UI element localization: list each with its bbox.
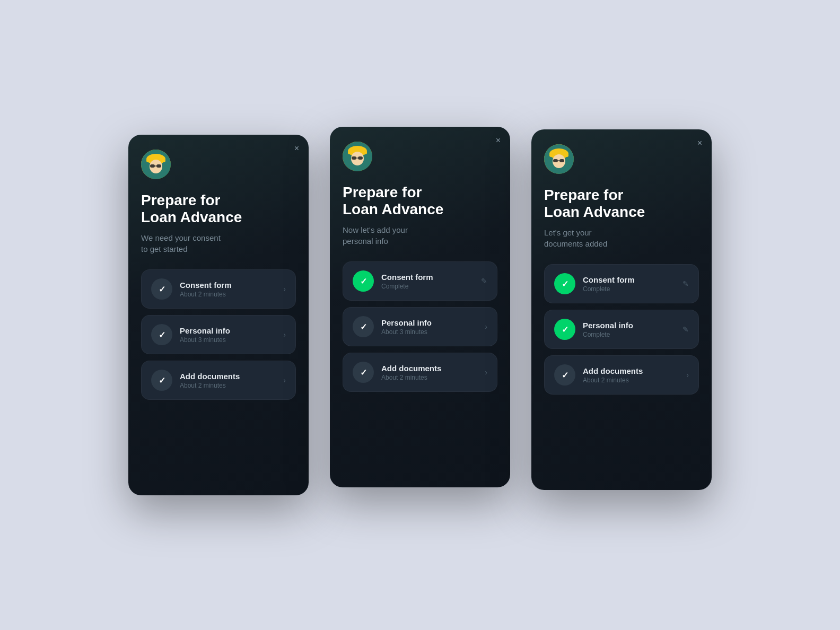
steps-list-3: ✓ Consent form Complete ✎ ✓ Personal inf… — [544, 264, 699, 471]
step-name-personal-3: Personal info — [583, 321, 675, 330]
svg-rect-4 — [150, 164, 155, 168]
edit-icon-consent-3: ✎ — [682, 279, 689, 288]
check-icon-consent-2: ✓ — [360, 276, 367, 286]
step-icon-docs-2: ✓ — [353, 362, 374, 383]
step-name-docs-2: Add documents — [381, 364, 477, 373]
steps-list-2: ✓ Consent form Complete ✎ ✓ Personal inf… — [343, 261, 497, 468]
check-icon-docs-2: ✓ — [360, 368, 367, 378]
step-item-personal-1[interactable]: ✓ Personal info About 3 minutes › — [141, 315, 296, 354]
step-item-docs-1[interactable]: ✓ Add documents About 2 minutes › — [141, 361, 296, 400]
step-name-personal-1: Personal info — [180, 326, 276, 335]
avatar-1 — [141, 150, 171, 179]
step-detail-consent-2: Complete — [381, 283, 474, 290]
arrow-icon-personal-2: › — [485, 322, 487, 331]
card-3-subtitle: Let's get yourdocuments added — [544, 227, 699, 249]
card-2-subtitle: Now let's add yourpersonal info — [343, 224, 497, 247]
check-icon-docs-3: ✓ — [562, 370, 568, 380]
check-icon-docs-1: ✓ — [159, 375, 165, 386]
step-detail-consent-3: Complete — [583, 285, 675, 293]
close-button-2[interactable]: × — [496, 136, 501, 145]
svg-rect-5 — [156, 164, 161, 168]
step-detail-docs-1: About 2 minutes — [180, 382, 276, 389]
check-icon-personal-1: ✓ — [159, 330, 165, 340]
step-name-docs-1: Add documents — [180, 372, 276, 381]
step-icon-personal-2: ✓ — [353, 316, 374, 337]
step-item-personal-2[interactable]: ✓ Personal info About 3 minutes › — [343, 307, 497, 346]
step-text-consent-2: Consent form Complete — [381, 273, 474, 290]
card-3: × Prepare forLoan Advance Let's get your… — [531, 129, 712, 490]
step-text-docs-2: Add documents About 2 minutes — [381, 364, 477, 381]
step-text-consent-3: Consent form Complete — [583, 275, 675, 293]
step-text-docs-1: Add documents About 2 minutes — [180, 372, 276, 389]
step-detail-docs-2: About 2 minutes — [381, 374, 477, 381]
svg-rect-19 — [559, 159, 564, 162]
step-name-consent-3: Consent form — [583, 275, 675, 284]
step-detail-personal-3: Complete — [583, 331, 675, 338]
step-text-consent-1: Consent form About 2 minutes — [180, 281, 276, 298]
step-item-consent-3[interactable]: ✓ Consent form Complete ✎ — [544, 264, 699, 303]
svg-rect-11 — [352, 156, 356, 160]
step-icon-docs-3: ✓ — [554, 364, 575, 386]
arrow-icon-docs-1: › — [283, 376, 286, 384]
close-button-3[interactable]: × — [697, 139, 702, 147]
step-text-docs-3: Add documents About 2 minutes — [583, 366, 679, 384]
step-item-docs-2[interactable]: ✓ Add documents About 2 minutes › — [343, 353, 497, 392]
avatar-3 — [544, 144, 574, 174]
edit-icon-consent-2: ✎ — [481, 277, 487, 285]
step-detail-docs-3: About 2 minutes — [583, 377, 679, 384]
step-icon-consent-1: ✓ — [151, 278, 172, 300]
close-button-1[interactable]: × — [294, 144, 299, 153]
card-1-subtitle: We need your consentto get started — [141, 232, 296, 255]
step-name-personal-2: Personal info — [381, 318, 477, 327]
arrow-icon-docs-3: › — [686, 371, 689, 379]
step-icon-personal-1: ✓ — [151, 324, 172, 345]
check-icon-personal-2: ✓ — [360, 322, 367, 332]
step-item-consent-2[interactable]: ✓ Consent form Complete ✎ — [343, 261, 497, 301]
avatar-2 — [343, 142, 372, 171]
step-icon-personal-3: ✓ — [554, 319, 575, 340]
svg-rect-18 — [553, 159, 558, 162]
step-item-personal-3[interactable]: ✓ Personal info Complete ✎ — [544, 310, 699, 349]
card-2-title: Prepare forLoan Advance — [343, 184, 497, 218]
card-2: × Prepare forLoan Advance Now let's add … — [330, 127, 510, 487]
step-detail-personal-1: About 3 minutes — [180, 336, 276, 344]
step-name-consent-1: Consent form — [180, 281, 276, 290]
arrow-icon-consent-1: › — [283, 285, 286, 293]
check-icon-consent-3: ✓ — [562, 279, 568, 289]
step-text-personal-1: Personal info About 3 minutes — [180, 326, 276, 344]
step-icon-consent-2: ✓ — [353, 270, 374, 292]
step-name-consent-2: Consent form — [381, 273, 474, 282]
card-1: × Prepare forLoan Advance We need your c… — [128, 135, 309, 495]
arrow-icon-personal-1: › — [283, 330, 286, 339]
steps-list-1: ✓ Consent form About 2 minutes › ✓ Perso… — [141, 269, 296, 476]
step-icon-consent-3: ✓ — [554, 273, 575, 294]
step-item-docs-3[interactable]: ✓ Add documents About 2 minutes › — [544, 355, 699, 395]
step-detail-personal-2: About 3 minutes — [381, 328, 477, 336]
edit-icon-personal-3: ✎ — [682, 325, 689, 334]
step-detail-consent-1: About 2 minutes — [180, 291, 276, 298]
check-icon-personal-3: ✓ — [562, 325, 568, 335]
arrow-icon-docs-2: › — [485, 368, 487, 377]
card-1-title: Prepare forLoan Advance — [141, 192, 296, 226]
step-icon-docs-1: ✓ — [151, 370, 172, 391]
step-text-personal-3: Personal info Complete — [583, 321, 675, 338]
svg-rect-12 — [358, 156, 363, 160]
step-item-consent-1[interactable]: ✓ Consent form About 2 minutes › — [141, 269, 296, 309]
step-name-docs-3: Add documents — [583, 366, 679, 375]
check-icon-1: ✓ — [159, 284, 165, 294]
step-text-personal-2: Personal info About 3 minutes — [381, 318, 477, 336]
card-3-title: Prepare forLoan Advance — [544, 187, 699, 221]
